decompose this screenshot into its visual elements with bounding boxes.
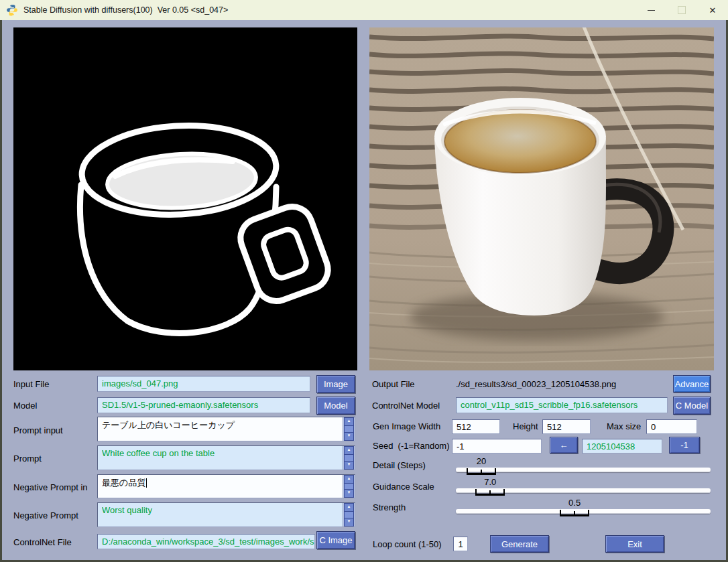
strength-slider[interactable]: 0.5	[456, 498, 711, 519]
seed-reset-button[interactable]: -1	[669, 437, 700, 453]
gen-width-label: Gen Image Width	[373, 421, 440, 431]
text-caret	[146, 478, 147, 488]
generate-button[interactable]: Generate	[490, 535, 549, 553]
output-file-value: ./sd_results3/sd_00023_1205104538.png	[456, 379, 616, 389]
steps-slider[interactable]: 20	[456, 456, 711, 478]
max-size-field[interactable]: 0	[646, 419, 697, 434]
controlnet-model-label: ControlNet Model	[372, 401, 440, 411]
steps-label: Detail (Steps)	[373, 460, 426, 470]
negative-prompt-input-label: Negative Prompt in	[13, 482, 88, 492]
scroll-down-icon[interactable]: ▼	[344, 461, 354, 470]
guidance-value: 7.0	[484, 477, 496, 487]
main-area: Input File images/sd_047.png Image Model…	[0, 20, 728, 562]
output-file-label: Output File	[372, 379, 415, 389]
gen-height-field[interactable]: 512	[542, 419, 591, 434]
guidance-slider[interactable]: 7.0	[456, 477, 711, 498]
gen-width-field[interactable]: 512	[452, 419, 500, 434]
slider-handle[interactable]	[475, 489, 505, 496]
negative-prompt-input-textarea[interactable]: 最悪の品質 ▲ ▼	[97, 474, 355, 498]
negative-prompt-label: Negative Prompt	[13, 510, 78, 520]
advance-button[interactable]: Advance	[673, 375, 711, 393]
controlnet-file-field[interactable]: D:/anaconda_win/workspace_3/sd_test/imag…	[97, 534, 315, 549]
slider-handle[interactable]	[467, 468, 496, 475]
scroll-down-icon[interactable]: ▼	[344, 518, 354, 526]
seed-field[interactable]: -1	[452, 439, 542, 453]
scrollbar[interactable]: ▲ ▼	[343, 475, 355, 498]
input-scribble-preview	[13, 27, 357, 370]
controlnet-model-field[interactable]: control_v11p_sd15_scribble_fp16.safetens…	[456, 397, 668, 413]
loop-count-field[interactable]: 1	[453, 537, 468, 551]
window-controls: ✕	[635, 0, 728, 20]
scrollbar[interactable]: ▲ ▼	[343, 446, 355, 470]
negative-prompt-textarea[interactable]: Worst quality ▲ ▼	[97, 502, 355, 527]
model-button[interactable]: Model	[316, 397, 355, 415]
prompt-textarea[interactable]: White coffee cup on the table ▲ ▼	[97, 445, 355, 470]
c-image-button[interactable]: C Image	[316, 531, 355, 549]
scribble-cup-image	[13, 27, 357, 370]
controlnet-file-label: ControlNet File	[13, 537, 72, 547]
scroll-down-icon[interactable]: ▼	[344, 489, 354, 498]
output-photo-preview	[369, 27, 714, 370]
exit-button[interactable]: Exit	[605, 535, 664, 553]
seed-label: Seed (-1=Random)	[373, 441, 450, 451]
maximize-button[interactable]	[666, 0, 697, 20]
close-button[interactable]: ✕	[697, 0, 728, 20]
titlebar: Stable Diffusion with diffusers(100) Ver…	[0, 0, 728, 21]
image-button[interactable]: Image	[316, 375, 355, 393]
max-size-label: Max size	[607, 421, 641, 431]
strength-value: 0.5	[568, 498, 581, 508]
scroll-down-icon[interactable]: ▼	[344, 432, 354, 441]
python-logo-icon	[6, 4, 18, 16]
input-file-label: Input File	[13, 379, 49, 389]
model-label: Model	[13, 401, 37, 411]
seed-display-field[interactable]: 1205104538	[582, 439, 662, 453]
maximize-icon	[678, 6, 686, 14]
guidance-label: Guidance Scale	[373, 482, 434, 492]
scrollbar[interactable]: ▲ ▼	[343, 417, 355, 441]
steps-value: 20	[477, 456, 486, 466]
c-model-button[interactable]: C Model	[673, 397, 711, 415]
prompt-input-label: Prompt input	[13, 425, 63, 435]
scrollbar[interactable]: ▲ ▼	[343, 503, 355, 526]
loop-count-label: Loop count (1-50)	[373, 539, 442, 549]
app-window: Stable Diffusion with diffusers(100) Ver…	[0, 0, 728, 562]
prompt-input-textarea[interactable]: テーブル上の白いコーヒーカップ ▲ ▼	[97, 417, 355, 441]
minimize-icon	[648, 10, 655, 11]
generated-coffee-photo	[369, 27, 714, 370]
minimize-button[interactable]	[635, 0, 666, 20]
gen-height-label: Height	[513, 421, 538, 431]
seed-copy-button[interactable]: ←	[550, 437, 578, 453]
model-field[interactable]: SD1.5/v1-5-pruned-emaonly.safetensors	[97, 397, 310, 413]
window-title: Stable Diffusion with diffusers(100) Ver…	[23, 5, 228, 15]
slider-handle[interactable]	[560, 510, 589, 516]
prompt-label: Prompt	[13, 453, 42, 464]
input-file-field[interactable]: images/sd_047.png	[97, 376, 310, 392]
strength-label: Strength	[373, 502, 406, 512]
window-border-left	[0, 20, 2, 562]
